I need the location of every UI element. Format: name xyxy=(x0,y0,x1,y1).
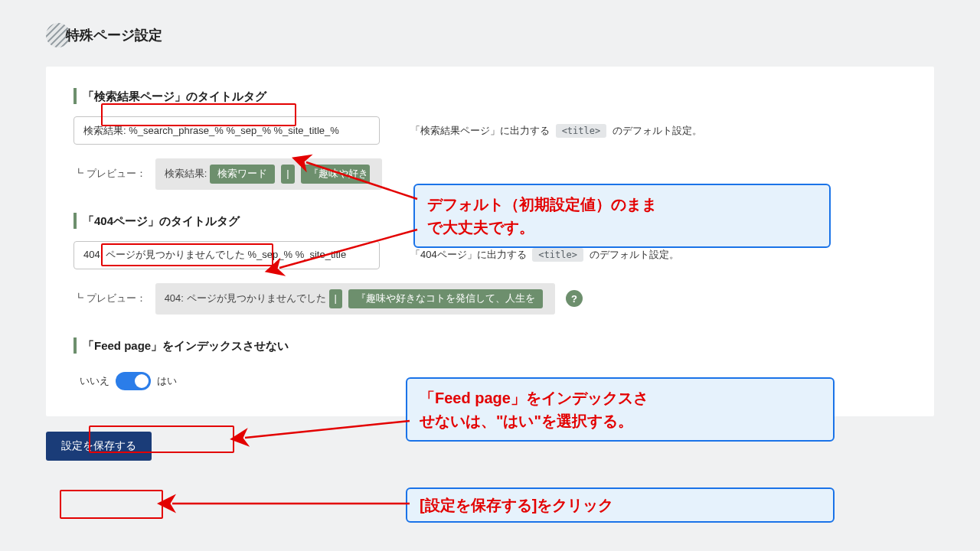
preview-prefix: 404: ページが見つかりませんでした xyxy=(165,292,326,305)
settings-card: 「検索結果ページ」のタイトルタグ 「検索結果ページ」に出力する <title> … xyxy=(46,67,934,416)
page-title: 特殊ページ設定 xyxy=(66,26,162,44)
badge-search-word: 検索ワード xyxy=(210,165,275,184)
help-text-post: のデフォルト設定。 xyxy=(612,125,702,136)
404-title-preview-row: ┗ プレビュー： 404: ページが見つかりませんでした | 『趣味や好きなコト… xyxy=(74,283,906,315)
toggle-knob-icon xyxy=(135,374,149,388)
save-button[interactable]: 設定を保存する xyxy=(46,432,152,461)
preview-box: 404: ページが見つかりませんでした | 『趣味や好きなコトを発信して、人生を xyxy=(155,283,555,315)
code-tag: <title> xyxy=(556,124,607,138)
feed-noindex-toggle-block: いいえ はい xyxy=(74,372,906,390)
404-title-help: 「404ページ」に出力する <title> のデフォルト設定。 xyxy=(410,248,679,262)
section-label-search-title: 「検索結果ページ」のタイトルタグ xyxy=(74,88,266,104)
highlight-box-save-button xyxy=(60,490,163,519)
code-tag: <title> xyxy=(532,248,583,262)
callout-line: [設定を保存する]をクリック xyxy=(420,497,613,514)
preview-box: 検索結果: 検索ワード | 『趣味や好き xyxy=(155,158,382,190)
help-text-post: のデフォルト設定。 xyxy=(590,249,679,260)
callout-save-click: [設定を保存する]をクリック xyxy=(406,487,835,523)
preview-label: ┗ プレビュー： xyxy=(74,167,146,181)
page-header: 特殊ページ設定 xyxy=(46,23,934,47)
toggle-yes-label: はい xyxy=(157,374,177,388)
badge-site-title: 『趣味や好きなコトを発信して、人生を xyxy=(348,289,543,308)
help-text-pre: 「検索結果ページ」に出力する xyxy=(410,125,550,136)
section-label-feed-noindex: 「Feed page」をインデックスさせない xyxy=(74,337,289,354)
search-title-input[interactable] xyxy=(74,116,380,145)
404-title-input[interactable] xyxy=(74,241,380,269)
help-text-pre: 「404ページ」に出力する xyxy=(410,249,527,260)
search-title-help: 「検索結果ページ」に出力する <title> のデフォルト設定。 xyxy=(410,124,702,138)
toggle-no-label: いいえ xyxy=(80,374,109,388)
preview-prefix: 検索結果: xyxy=(165,167,207,181)
section-label-404-title: 「404ページ」のタイトルタグ xyxy=(74,213,240,229)
badge-separator: | xyxy=(329,289,342,308)
question-icon[interactable]: ? xyxy=(566,290,583,307)
badge-site-title-trunc: 『趣味や好き xyxy=(301,165,370,184)
badge-separator: | xyxy=(281,165,294,184)
search-title-preview-row: ┗ プレビュー： 検索結果: 検索ワード | 『趣味や好き xyxy=(74,158,906,190)
preview-label: ┗ プレビュー： xyxy=(74,292,146,305)
feed-noindex-toggle[interactable] xyxy=(116,372,151,390)
